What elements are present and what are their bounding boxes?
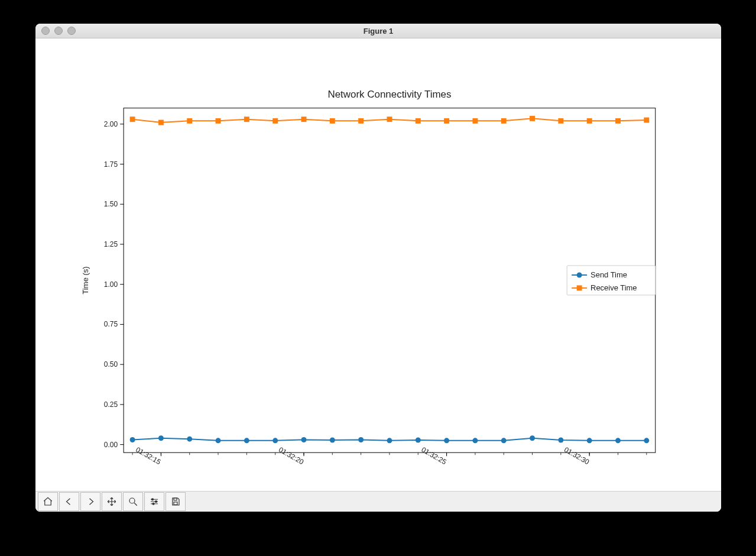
x-tick-label: 01:32:20 xyxy=(277,445,306,467)
arrow-right-icon xyxy=(85,496,96,507)
data-point xyxy=(501,438,507,443)
data-point xyxy=(130,117,135,122)
save-icon xyxy=(170,496,181,507)
data-point xyxy=(272,118,278,124)
close-icon[interactable] xyxy=(41,27,50,35)
minimize-icon[interactable] xyxy=(54,27,63,35)
arrow-left-icon xyxy=(64,496,74,507)
plot-area[interactable]: Network Connectivity Times0.000.250.500.… xyxy=(35,38,721,491)
data-point xyxy=(158,435,164,441)
y-tick-label: 0.75 xyxy=(104,320,118,328)
svg-point-36 xyxy=(129,498,135,503)
y-tick-label: 1.25 xyxy=(104,240,118,248)
data-point xyxy=(130,437,135,442)
y-tick-label: 1.50 xyxy=(104,200,118,208)
x-tick-label: 01:32:15 xyxy=(134,445,163,467)
data-point xyxy=(272,438,278,443)
data-point xyxy=(416,118,421,124)
chart-svg: Network Connectivity Times0.000.250.500.… xyxy=(35,38,721,491)
data-point xyxy=(644,438,649,443)
svg-point-38 xyxy=(155,501,157,503)
matplotlib-toolbar xyxy=(35,491,721,512)
data-point xyxy=(244,117,249,122)
svg-rect-35 xyxy=(577,285,582,290)
data-point xyxy=(472,438,478,443)
data-point xyxy=(187,118,192,124)
x-tick-label: 01:32:25 xyxy=(420,445,448,467)
data-point xyxy=(330,438,335,443)
window-title: Figure 1 xyxy=(35,27,721,35)
y-tick-label: 2.00 xyxy=(104,120,118,128)
y-tick-label: 1.75 xyxy=(104,160,118,169)
y-tick-label: 1.00 xyxy=(104,280,118,289)
data-point xyxy=(416,438,421,443)
data-point xyxy=(587,438,592,443)
data-point xyxy=(587,118,592,124)
back-button[interactable] xyxy=(59,492,79,511)
svg-point-33 xyxy=(577,272,582,277)
y-tick-label: 0.25 xyxy=(104,400,118,409)
data-point xyxy=(615,438,621,443)
zoom-window-icon[interactable] xyxy=(67,27,76,35)
svg-point-37 xyxy=(152,499,154,500)
pan-icon xyxy=(106,496,117,507)
data-point xyxy=(558,438,563,443)
zoom-button[interactable] xyxy=(123,492,143,511)
svg-rect-41 xyxy=(174,502,177,505)
y-axis-label: Time (s) xyxy=(81,266,90,294)
y-tick-label: 0.00 xyxy=(104,441,118,449)
figure-window: Figure 1 Network Connectivity Times0.000… xyxy=(35,24,721,512)
data-point xyxy=(644,118,649,123)
pan-button[interactable] xyxy=(102,492,122,511)
legend-entry: Receive Time xyxy=(590,283,637,292)
window-controls xyxy=(41,27,76,35)
data-point xyxy=(501,118,507,124)
home-button[interactable] xyxy=(38,492,58,511)
data-point xyxy=(216,118,221,124)
data-point xyxy=(216,438,221,443)
data-point xyxy=(330,118,335,124)
svg-rect-40 xyxy=(174,498,177,500)
svg-point-39 xyxy=(153,503,154,505)
configure-button[interactable] xyxy=(144,492,164,511)
data-point xyxy=(187,437,192,442)
data-point xyxy=(472,118,478,124)
data-point xyxy=(358,118,364,124)
x-tick-label: 01:32:30 xyxy=(563,445,591,467)
data-point xyxy=(387,438,392,443)
data-point xyxy=(301,437,307,442)
chart-title: Network Connectivity Times xyxy=(327,89,451,100)
data-point xyxy=(244,438,249,443)
data-point xyxy=(158,120,164,125)
data-point xyxy=(444,438,449,443)
home-icon xyxy=(43,496,53,507)
configure-icon xyxy=(149,496,160,507)
y-tick-label: 0.50 xyxy=(104,360,118,368)
save-button[interactable] xyxy=(166,492,186,511)
titlebar[interactable]: Figure 1 xyxy=(35,24,721,38)
data-point xyxy=(530,435,535,441)
zoom-icon xyxy=(128,496,138,507)
data-point xyxy=(301,117,307,122)
data-point xyxy=(444,118,449,124)
data-point xyxy=(558,118,563,124)
data-point xyxy=(530,116,535,121)
data-point xyxy=(615,118,621,124)
forward-button[interactable] xyxy=(80,492,100,511)
data-point xyxy=(358,437,364,442)
legend-entry: Send Time xyxy=(590,270,627,279)
data-point xyxy=(387,117,392,122)
